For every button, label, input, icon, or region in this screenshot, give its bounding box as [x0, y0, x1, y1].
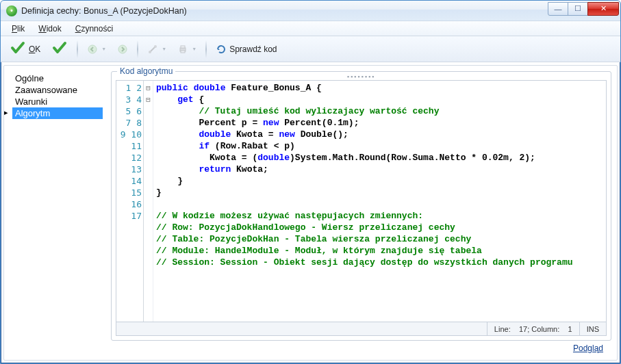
app-window: • Definicja cechy: Bonus_A (PozycjeDokHa… — [0, 0, 621, 364]
chevron-down-icon: ▼ — [162, 47, 166, 51]
code-editor[interactable]: 1 2 3 4 5 6 7 8 9 10 11 12 13 14 15 16 1… — [116, 80, 607, 322]
apply-button[interactable] — [47, 40, 73, 59]
svg-point-3 — [154, 45, 157, 48]
status-line: Line: 17; Column: 1 — [487, 322, 579, 335]
line-gutter: 1 2 3 4 5 6 7 8 9 10 11 12 13 14 15 16 1… — [116, 81, 144, 322]
nav-forward-button[interactable] — [112, 40, 133, 59]
code-area[interactable]: public double Feature_Bonus_A { get { //… — [153, 81, 606, 322]
close-button[interactable]: ✕ — [587, 2, 619, 16]
menu-file[interactable]: Plik — [6, 23, 30, 35]
svg-point-2 — [149, 51, 151, 53]
footer: Podgląd — [111, 341, 611, 354]
svg-point-0 — [88, 45, 97, 53]
svg-rect-5 — [181, 46, 185, 48]
chevron-down-icon: ▼ — [101, 47, 106, 51]
nav-item-algorithm[interactable]: Algorytm — [12, 107, 103, 119]
minimize-button[interactable]: — — [548, 2, 568, 16]
group-legend: Kod algorytmu — [117, 66, 175, 76]
toolbar: OK ▼ ▼ — [1, 36, 620, 62]
menu-actions[interactable]: Czynności — [70, 23, 118, 35]
ok-button[interactable]: OK — [5, 40, 45, 59]
maximize-button[interactable]: ☐ — [568, 2, 588, 16]
separator — [205, 40, 207, 58]
nav-back-button[interactable]: ▼ — [82, 40, 111, 59]
printer-icon — [177, 44, 188, 55]
menu-view[interactable]: Widok — [33, 23, 66, 35]
chevron-down-icon: ▼ — [192, 47, 197, 51]
app-icon: • — [6, 5, 17, 16]
nav-panel: Ogólne Zaawansowane Warunki Algorytm — [10, 71, 105, 354]
separator — [77, 40, 78, 58]
print-button[interactable]: ▼ — [173, 40, 201, 59]
check-icon — [51, 40, 68, 58]
nav-item-advanced[interactable]: Zaawansowane — [12, 84, 103, 96]
drag-handle[interactable]: ▪▪▪▪▪▪▪▪ — [347, 73, 376, 80]
arrow-left-icon — [87, 44, 98, 55]
content-area: Ogólne Zaawansowane Warunki Algorytm Kod… — [3, 65, 618, 361]
status-mode: INS — [579, 322, 606, 335]
editor-statusbar: Line: 17; Column: 1 INS — [116, 322, 607, 336]
tools-button[interactable]: ▼ — [142, 40, 171, 59]
menubar: Plik Widok Czynności — [1, 21, 620, 36]
preview-link[interactable]: Podgląd — [573, 343, 603, 353]
window-controls: — ☐ ✕ — [548, 2, 619, 16]
fold-column[interactable]: ⊟ ⊟ — [144, 81, 153, 322]
refresh-icon — [216, 44, 227, 55]
check-code-button[interactable]: Sprawdź kod — [211, 40, 281, 59]
svg-rect-6 — [181, 51, 185, 53]
check-icon — [10, 40, 26, 58]
editor-group: Kod algorytmu ▪▪▪▪▪▪▪▪ 1 2 3 4 5 6 7 8 9… — [111, 71, 611, 341]
nav-item-general[interactable]: Ogólne — [12, 73, 103, 84]
nav-item-conditions[interactable]: Warunki — [12, 96, 103, 107]
separator — [137, 40, 138, 58]
svg-point-1 — [118, 45, 127, 53]
titlebar: • Definicja cechy: Bonus_A (PozycjeDokHa… — [1, 1, 620, 21]
tools-icon — [147, 44, 158, 55]
window-title: Definicja cechy: Bonus_A (PozycjeDokHan) — [21, 6, 548, 16]
arrow-right-icon — [117, 44, 128, 55]
ok-label: OK — [29, 44, 40, 54]
check-code-label: Sprawdź kod — [229, 44, 277, 54]
